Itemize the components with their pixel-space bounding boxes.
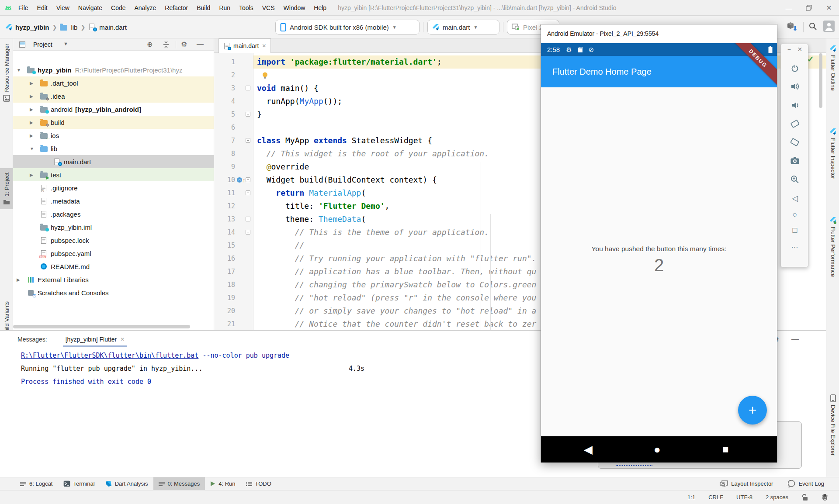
collapse-all-icon[interactable] — [163, 41, 170, 48]
minimize-window-icon[interactable]: — — [779, 0, 799, 16]
home-icon[interactable]: ○ — [785, 209, 804, 220]
toolwindow-button-layout-inspector[interactable]: Layout Inspector — [720, 477, 773, 490]
emulator-screen[interactable]: 2:58 ⚙⊘ Flutter Demo Home Page DEBUG You… — [541, 43, 777, 463]
collapsed-arrow-icon[interactable]: ▶ — [17, 277, 20, 282]
close-emulator-icon[interactable]: ✕ — [797, 46, 803, 53]
tree-item-.packages[interactable]: .packages — [13, 207, 214, 221]
toolwindow-button-terminal[interactable]: Terminal — [58, 477, 100, 490]
code-line-16[interactable]: // Try running your application with "fl… — [257, 252, 536, 265]
menu-analyze[interactable]: Analyze — [130, 4, 161, 11]
back-icon[interactable]: ◁ — [785, 193, 804, 204]
expanded-arrow-icon[interactable]: ▼ — [30, 146, 34, 151]
close-tab-icon[interactable]: ✕ — [120, 336, 125, 342]
rotate-left-icon[interactable] — [785, 118, 804, 129]
sidebar-tab-flutter-outline[interactable]: Flutter Outline — [826, 45, 839, 91]
code-line-20[interactable]: // or simply save your changes to "hot r… — [257, 304, 536, 318]
menu-edit[interactable]: Edit — [33, 4, 52, 11]
unlock-icon[interactable] — [801, 494, 808, 501]
code-line-21[interactable]: // Notice that the counter didn't reset … — [257, 318, 536, 330]
menu-code[interactable]: Code — [107, 4, 130, 11]
minimize-emulator-icon[interactable]: − — [787, 46, 791, 53]
menu-build[interactable]: Build — [192, 4, 215, 11]
sidebar-tab-flutter-inspector[interactable]: Flutter Inspector — [826, 128, 839, 179]
menu-refactor[interactable]: Refactor — [160, 4, 192, 11]
code-line-18[interactable]: // changing the primarySwatch below to C… — [257, 278, 536, 291]
code-line-17[interactable]: // application has a blue toolbar. Then,… — [257, 265, 536, 278]
code-line-7[interactable]: class MyApp extends StatelessWidget { — [257, 134, 432, 147]
toolwindow-button-dart-analysis[interactable]: Dart Analysis — [100, 477, 153, 490]
locate-file-icon[interactable]: ⊕ — [147, 40, 153, 48]
hector-inspector-icon[interactable] — [821, 494, 829, 501]
editor-scrollbar[interactable] — [819, 53, 822, 108]
tree-item-readme.md[interactable]: README.md — [13, 260, 214, 273]
collapsed-arrow-icon[interactable]: ▶ — [30, 81, 33, 86]
tree-item-hyzp-yibin.iml[interactable]: hyzp_yibin.iml — [13, 221, 214, 234]
tree-item-pubspec.lock[interactable]: pubspec.lock — [13, 234, 214, 247]
code-line-9[interactable]: @override — [257, 160, 309, 173]
code-line-15[interactable]: // — [257, 239, 304, 252]
status-item-utf-8[interactable]: UTF-8 — [736, 494, 752, 501]
search-everywhere-icon[interactable] — [808, 22, 817, 31]
toolwindow-button-0-messages[interactable]: 0: Messages — [153, 477, 205, 490]
tree-item-lib[interactable]: ▼lib — [13, 142, 214, 155]
editor-tab-main-dart[interactable]: main.dart ✕ — [218, 38, 271, 53]
menu-vcs[interactable]: VCS — [258, 4, 279, 11]
tree-item-main.dart[interactable]: main.dart — [13, 155, 214, 168]
project-panel-title[interactable]: Project — [33, 41, 52, 48]
fold-marker-icon[interactable] — [246, 112, 250, 117]
menu-tools[interactable]: Tools — [235, 4, 258, 11]
volume-up-icon[interactable] — [785, 81, 804, 92]
sidebar-tab-device-file-explorer[interactable]: Device File Explorer — [826, 394, 839, 456]
code-line-5[interactable]: } — [257, 108, 262, 121]
sidebar-tab-resource-manager[interactable]: Resource Manager — [0, 44, 13, 102]
sdk-manager-icon[interactable] — [787, 22, 797, 31]
collapsed-arrow-icon[interactable]: ▶ — [30, 133, 33, 138]
code-line-19[interactable]: // "hot reload" (press "r" in the consol… — [257, 291, 536, 304]
toolwindow-button-6-logcat[interactable]: 6: Logcat — [15, 477, 58, 490]
collapsed-arrow-icon[interactable]: ▶ — [30, 120, 33, 125]
status-item-1-1[interactable]: 1:1 — [687, 494, 695, 501]
code-line-4[interactable]: runApp(MyApp()); — [257, 95, 342, 108]
expanded-arrow-icon[interactable]: ▼ — [17, 68, 21, 72]
nav-overview-icon[interactable]: ■ — [722, 436, 729, 463]
menu-view[interactable]: View — [52, 4, 74, 11]
fold-marker-icon[interactable] — [246, 86, 250, 90]
toolwindow-button-4-run[interactable]: 4: Run — [205, 477, 240, 490]
nav-back-icon[interactable]: ◀ — [584, 436, 593, 463]
fab-add-button[interactable]: + — [738, 396, 767, 425]
override-marker-icon[interactable]: o↑ — [237, 173, 246, 186]
console-link[interactable]: R:\Flutter\FlutterSDK\flutter\bin\flutte… — [21, 352, 198, 359]
sidebar-tab-1-project[interactable]: 1: Project — [0, 168, 13, 209]
tree-item-.dart-tool[interactable]: ▶.dart_tool — [13, 76, 214, 90]
tree-item-build[interactable]: ▶✻build — [13, 116, 214, 129]
restore-window-icon[interactable] — [799, 0, 819, 16]
code-line-8[interactable]: // This widget is the root of your appli… — [257, 147, 489, 160]
code-line-13[interactable]: theme: ThemeData( — [257, 213, 366, 226]
breadcrumb-project[interactable]: hyzp_yibin — [15, 24, 49, 31]
code-line-10[interactable]: Widget build(BuildContext context) { — [257, 173, 437, 186]
code-line-12[interactable]: title: 'Flutter Demo', — [257, 200, 389, 213]
overview-icon[interactable]: □ — [785, 224, 804, 236]
code-line-11[interactable]: return MaterialApp( — [257, 186, 366, 200]
horizontal-scrollbar[interactable] — [13, 325, 190, 328]
hide-panel-icon[interactable]: — — [197, 40, 204, 48]
breadcrumb-folder[interactable]: lib — [71, 24, 77, 31]
collapsed-arrow-icon[interactable]: ▶ — [30, 94, 33, 99]
code-line-14[interactable]: // This is the theme of your application… — [257, 226, 489, 239]
sidebar-tab-flutter-performance[interactable]: Flutter Performance — [826, 217, 839, 277]
tree-item-hyzp-yibin[interactable]: ▼hyzp_yibinR:\FlutterProject\FlutterProj… — [13, 63, 214, 76]
rotate-right-icon[interactable] — [785, 136, 804, 148]
code-line-1[interactable]: import 'package:flutter/material.dart'; — [257, 55, 442, 69]
status-item-crlf[interactable]: CRLF — [708, 494, 723, 501]
device-selector[interactable]: Android SDK built for x86 (mobile) ▼ — [275, 20, 420, 35]
fold-marker-icon[interactable] — [246, 138, 250, 143]
breadcrumb-file[interactable]: main.dart — [99, 24, 127, 31]
gear-icon[interactable]: ⚙ — [181, 40, 187, 48]
intention-bulb-icon[interactable] — [261, 72, 269, 80]
tree-item-.idea[interactable]: ▶✻.idea — [13, 90, 214, 103]
profile-avatar-icon[interactable] — [823, 21, 835, 32]
power-icon[interactable] — [785, 62, 804, 74]
tree-item-scratches-and-consoles[interactable]: ◷Scratches and Consoles — [13, 286, 214, 299]
collapsed-arrow-icon[interactable]: ▶ — [30, 107, 33, 112]
chevron-down-icon[interactable]: ▼ — [63, 41, 68, 46]
